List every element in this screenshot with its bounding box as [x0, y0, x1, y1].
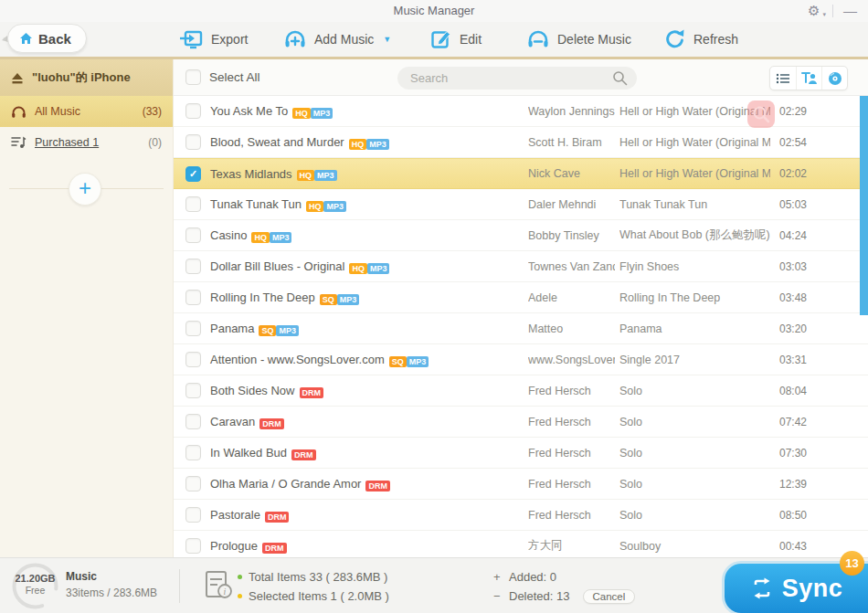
badge-drm: DRM — [259, 418, 284, 429]
row-checkbox[interactable] — [185, 507, 201, 523]
app-window: Music Manager ⚙ ▾ — Back Expor — [0, 0, 868, 613]
search-box — [397, 67, 637, 90]
badge-mp3: MP3 — [366, 139, 389, 150]
row-checkbox[interactable] — [185, 196, 201, 212]
add-music-button[interactable]: Add Music ▼ — [283, 25, 391, 54]
badge-sq: SQ — [259, 325, 276, 336]
table-row[interactable]: In Walked Bud DRM Fred Hersch Solo 07:30 — [174, 438, 868, 469]
refresh-button[interactable]: Refresh — [664, 25, 738, 54]
table-row[interactable]: Caravan DRM Fred Hersch Solo 07:42 — [174, 407, 868, 438]
badge-mp3: MP3 — [407, 356, 429, 367]
total-items-text: Total Items 33 ( 283.6MB ) — [249, 570, 387, 584]
app-title: Music Manager — [0, 4, 868, 17]
song-title: Prologue — [210, 539, 258, 553]
delete-music-button[interactable]: Delete Music — [526, 25, 631, 54]
song-badges: DRM — [262, 538, 287, 555]
settings-gear-icon[interactable]: ⚙ — [808, 2, 820, 20]
song-album: Hell or High Water (Original Motion... — [619, 159, 770, 188]
song-badges: HQMP3 — [349, 134, 389, 151]
cancel-button[interactable]: Cancel — [583, 589, 636, 604]
badge-hq: HQ — [349, 263, 367, 274]
row-checkbox[interactable] — [185, 476, 201, 491]
window-titlebar: Music Manager ⚙ ▾ — — [0, 0, 868, 22]
scrollbar-thumb[interactable] — [860, 96, 868, 315]
select-all-control[interactable]: Select All — [185, 69, 260, 85]
table-row[interactable]: Rolling In The Deep SQMP3 Adele Rolling … — [174, 282, 868, 313]
row-checkbox[interactable] — [185, 290, 201, 305]
row-checkbox[interactable] — [185, 227, 201, 243]
home-icon — [19, 32, 33, 45]
row-checkbox[interactable] — [185, 134, 201, 150]
row-checkbox[interactable] — [185, 259, 201, 274]
song-title: Caravan — [210, 415, 255, 428]
storage-free-label: Free — [11, 585, 59, 596]
table-row[interactable]: Attention - www.SongsLover.com SQMP3 www… — [174, 344, 868, 375]
row-checkbox[interactable] — [185, 166, 201, 182]
edit-button[interactable]: Edit — [430, 25, 482, 54]
badge-hq: HQ — [292, 108, 311, 119]
select-all-checkbox[interactable] — [185, 69, 201, 85]
song-duration: 03:03 — [779, 251, 807, 281]
table-row[interactable]: Olha Maria / O Grande Amor DRM Fred Hers… — [174, 469, 868, 500]
view-album-button[interactable] — [821, 67, 847, 90]
table-row[interactable]: Both Sides Now DRM Fred Hersch Solo 08:0… — [174, 375, 868, 407]
device-header: "luohu"的 iPhone — [0, 59, 173, 96]
song-album: What About Bob (那么鲍勃呢) — [619, 220, 770, 250]
song-album: Hell or High Water (Original Motion... — [619, 127, 770, 157]
badge-drm: DRM — [365, 481, 390, 491]
song-badges: DRM — [259, 414, 284, 430]
row-checkbox[interactable] — [185, 445, 201, 460]
table-row[interactable]: Dollar Bill Blues - Original HQMP3 Towne… — [174, 251, 868, 282]
song-title: Rolling In The Deep — [210, 291, 315, 304]
back-button[interactable]: Back — [7, 24, 87, 53]
row-checkbox[interactable] — [185, 538, 201, 554]
settings-caret-icon: ▾ — [822, 11, 826, 18]
view-artist-button[interactable] — [796, 67, 821, 90]
row-checkbox[interactable] — [185, 352, 201, 367]
song-album: Rolling In The Deep — [619, 282, 770, 312]
add-playlist-button[interactable]: + — [69, 173, 101, 206]
sidebar-item-purchased[interactable]: Purchased 1 (0) — [0, 127, 173, 157]
table-row[interactable]: Pastorale DRM Fred Hersch Solo 08:50 — [174, 500, 868, 531]
add-music-icon — [283, 28, 307, 50]
row-checkbox[interactable] — [185, 321, 201, 336]
search-input[interactable] — [410, 67, 593, 90]
table-row[interactable]: Texas Midlands HQMP3 Nick Cave Hell or H… — [174, 158, 868, 189]
song-title: Olha Maria / O Grande Amor — [210, 477, 361, 491]
back-label: Back — [38, 31, 71, 47]
music-summary-title: Music — [66, 570, 157, 583]
minimize-button[interactable]: — — [840, 3, 861, 19]
song-title: Attention - www.SongsLover.com — [210, 353, 385, 366]
song-title: Both Sides Now — [210, 384, 295, 397]
row-checkbox[interactable] — [185, 414, 201, 429]
playlist-icon — [11, 135, 26, 149]
table-row[interactable]: Tunak Tunak Tun HQMP3 Daler Mehndi Tunak… — [174, 189, 868, 220]
row-checkbox[interactable] — [185, 383, 201, 398]
song-title: Pastorale — [210, 508, 260, 522]
deleted-line: − Deleted: 13 Cancel — [493, 587, 635, 606]
export-button[interactable]: Export — [178, 25, 248, 54]
badge-mp3: MP3 — [367, 263, 390, 274]
all-music-count: (33) — [143, 105, 162, 118]
total-items-line: Total Items 33 ( 283.6MB ) — [238, 567, 389, 587]
table-row[interactable]: Blood, Sweat and Murder HQMP3 Scott H. B… — [174, 127, 868, 158]
search-icon[interactable] — [612, 70, 628, 86]
song-artist: Fred Hersch — [528, 469, 615, 499]
song-album: Solo — [619, 375, 770, 406]
badge-mp3: MP3 — [270, 232, 292, 243]
magnifier-icon — [752, 105, 770, 123]
song-badges: HQMP3 — [349, 259, 389, 275]
song-duration: 05:03 — [779, 189, 807, 219]
song-badges: DRM — [300, 383, 324, 399]
view-list-button[interactable] — [770, 67, 796, 90]
status-divider — [179, 569, 180, 603]
row-checkbox[interactable] — [185, 103, 201, 119]
table-row[interactable]: Casino HQMP3 Bobby Tinsley What About Bo… — [174, 220, 868, 251]
sidebar: "luohu"的 iPhone All Music (33) Purchased… — [0, 59, 174, 557]
song-artist: Fred Hersch — [528, 375, 615, 406]
table-row[interactable]: Panama SQMP3 Matteo Panama 03:20 — [174, 313, 868, 344]
info-doc-icon: i — [203, 570, 234, 601]
sidebar-item-all-music[interactable]: All Music (33) — [0, 96, 173, 127]
sync-button[interactable]: Sync 13 — [725, 564, 868, 613]
preview-magnifier-overlay[interactable] — [747, 100, 775, 128]
